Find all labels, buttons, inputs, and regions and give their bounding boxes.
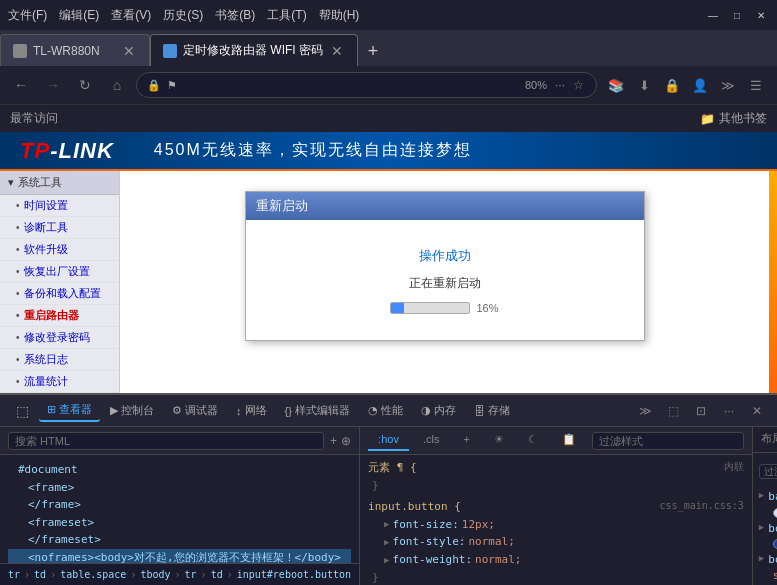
frequent-visits-label[interactable]: 最常访问	[10, 110, 58, 127]
sidebar-item-diag[interactable]: 诊断工具	[0, 217, 119, 239]
breadcrumb-tbody[interactable]: tbody	[140, 569, 170, 580]
search-html-input[interactable]	[8, 432, 324, 450]
inspector-label: 查看器	[59, 402, 92, 417]
add-node-btn[interactable]: +	[330, 434, 337, 448]
expand-icon: ▾	[8, 176, 14, 189]
sidebar-item-syslog[interactable]: 系统日志	[0, 349, 119, 371]
css-prop-font-weight[interactable]: ▶ font-weight: normal;	[368, 551, 744, 569]
tab-layout[interactable]: 布局	[753, 427, 777, 452]
pick-node-btn[interactable]: ⊕	[341, 434, 351, 448]
close-button[interactable]: ✕	[753, 7, 769, 23]
devtools-dock-btn[interactable]: ⬚	[661, 399, 685, 423]
menu-edit[interactable]: 编辑(E)	[59, 7, 99, 24]
forward-button[interactable]: →	[40, 72, 66, 98]
breadcrumb-td-1[interactable]: td	[34, 569, 46, 580]
breadcrumb-table[interactable]: table.space	[60, 569, 126, 580]
sidebar-category[interactable]: ▾ 系统工具	[0, 171, 119, 195]
tab-close-2[interactable]: ✕	[329, 43, 345, 59]
html-line-noframes[interactable]: <noframes><body>对不起,您的浏览器不支持框架！</body>	[8, 549, 351, 563]
tab-close-1[interactable]: ✕	[121, 43, 137, 59]
breadcrumb-tr-1[interactable]: tr	[8, 569, 20, 580]
devtools-style-editor[interactable]: {} 样式编辑器	[277, 400, 358, 421]
devtools-inspector[interactable]: ⊞ 查看器	[39, 399, 100, 422]
tab-wifi-schedule[interactable]: 定时修改路由器 WIFI 密码 ✕	[150, 34, 358, 66]
url-bar[interactable]: 🔒 ⚑ 80% ··· ☆	[136, 72, 597, 98]
tab-bar: TL-WR880N ✕ 定时修改路由器 WIFI 密码 ✕ +	[0, 30, 777, 66]
breadcrumb-tr-2[interactable]: tr	[185, 569, 197, 580]
devtools-console[interactable]: ▶ 控制台	[102, 400, 162, 421]
menu-history[interactable]: 历史(S)	[163, 7, 203, 24]
sidebar-item-upgrade[interactable]: 软件升级	[0, 239, 119, 261]
devtools-options-btn[interactable]: ···	[717, 399, 741, 423]
menu-bar: 文件(F) 编辑(E) 查看(V) 历史(S) 书签(B) 工具(T) 帮助(H…	[8, 7, 359, 24]
devtools-pick-element[interactable]: ⬚	[8, 400, 37, 422]
sidebar-item-password[interactable]: 修改登录密码	[0, 327, 119, 349]
computed-background-color[interactable]: ▶ background-color	[759, 489, 777, 506]
styles-tab-add[interactable]: +	[453, 430, 479, 451]
computed-border-bottom-style[interactable]: ▶ border-bottom-style	[759, 552, 777, 569]
html-line-frameset[interactable]: <frameset>	[8, 514, 351, 532]
styles-tab-clipboard[interactable]: 📋	[552, 430, 586, 451]
tab-favicon-1	[13, 44, 27, 58]
menu-file[interactable]: 文件(F)	[8, 7, 47, 24]
filter-row: 浏览...	[759, 457, 777, 485]
home-button[interactable]: ⌂	[104, 72, 130, 98]
css-rule-input-button: input.button { css_main.css:3 ▶ font-siz…	[368, 498, 744, 585]
devtools-more-btn[interactable]: ≫	[633, 399, 657, 423]
sidebar-item-label-upgrade: 软件升级	[24, 242, 68, 257]
html-line-frame[interactable]: <frame>	[8, 479, 351, 497]
bookmark-star[interactable]: ☆	[571, 76, 586, 94]
minimize-button[interactable]: —	[705, 7, 721, 23]
devtools-debugger[interactable]: ⚙ 调试器	[164, 400, 226, 421]
devtools-close-btn[interactable]: ✕	[745, 399, 769, 423]
menu-bookmarks[interactable]: 书签(B)	[215, 7, 255, 24]
debugger-label: 调试器	[185, 403, 218, 418]
filter-computed-input[interactable]	[759, 464, 777, 479]
filter-styles-input[interactable]	[592, 432, 744, 450]
extensions-icon[interactable]: ≫	[715, 72, 741, 98]
devtools-storage[interactable]: 🗄 存储	[466, 400, 518, 421]
devtools-performance[interactable]: ◔ 性能	[360, 400, 411, 421]
menu-icon[interactable]: ☰	[743, 72, 769, 98]
account-icon[interactable]: 👤	[687, 72, 713, 98]
html-line-frame-close[interactable]: </frame>	[8, 496, 351, 514]
sidebar-item-backup[interactable]: 备份和载入配置	[0, 283, 119, 305]
styles-tab-hov[interactable]: :hov	[368, 430, 409, 451]
html-line-frameset-close[interactable]: </frameset>	[8, 531, 351, 549]
menu-help[interactable]: 帮助(H)	[319, 7, 360, 24]
new-tab-button[interactable]: +	[358, 36, 388, 66]
sync-icon[interactable]: 🔒	[659, 72, 685, 98]
back-button[interactable]: ←	[8, 72, 34, 98]
menu-tools[interactable]: 工具(T)	[267, 7, 306, 24]
sidebar-item-time[interactable]: 时间设置	[0, 195, 119, 217]
css-prop-font-size[interactable]: ▶ font-size: 12px;	[368, 516, 744, 534]
other-bookmarks-icon: 📁	[700, 112, 715, 126]
menu-view[interactable]: 查看(V)	[111, 7, 151, 24]
reboot-title-text: 重新启动	[256, 197, 308, 215]
styles-tab-cls[interactable]: .cls	[413, 430, 450, 451]
element-source: 内联	[724, 459, 744, 477]
breadcrumb-input[interactable]: input#reboot.button	[237, 569, 351, 580]
bookmarks-icon[interactable]: 📚	[603, 72, 629, 98]
styles-tab-dark[interactable]: ☾	[518, 430, 548, 451]
sidebar-item-factory[interactable]: 恢复出厂设置	[0, 261, 119, 283]
css-prop-font-style[interactable]: ▶ font-style: normal;	[368, 533, 744, 551]
reboot-title: 重新启动	[246, 192, 644, 220]
devtools-network[interactable]: ↕ 网络	[228, 400, 275, 421]
sidebar-item-reboot[interactable]: 重启路由器	[0, 305, 119, 327]
refresh-button[interactable]: ↻	[72, 72, 98, 98]
other-bookmarks-label[interactable]: 其他书签	[719, 110, 767, 127]
computed-border-bottom-color[interactable]: ▶ border-bottom-color	[759, 521, 777, 538]
styles-tab-light[interactable]: ☀	[484, 430, 514, 451]
devtools-memory[interactable]: ◑ 内存	[413, 400, 464, 421]
sidebar-item-traffic[interactable]: 流量统计	[0, 371, 119, 393]
download-icon[interactable]: ⬇	[631, 72, 657, 98]
breadcrumb-td-2[interactable]: td	[211, 569, 223, 580]
maximize-button[interactable]: □	[729, 7, 745, 23]
debugger-icon: ⚙	[172, 404, 182, 417]
sidebar-item-label-factory: 恢复出厂设置	[24, 264, 90, 279]
tab-tl-wr880n[interactable]: TL-WR880N ✕	[0, 34, 150, 66]
devtools-undock-btn[interactable]: ⊡	[689, 399, 713, 423]
more-button[interactable]: ···	[553, 76, 567, 94]
progress-percent: 16%	[476, 302, 498, 314]
